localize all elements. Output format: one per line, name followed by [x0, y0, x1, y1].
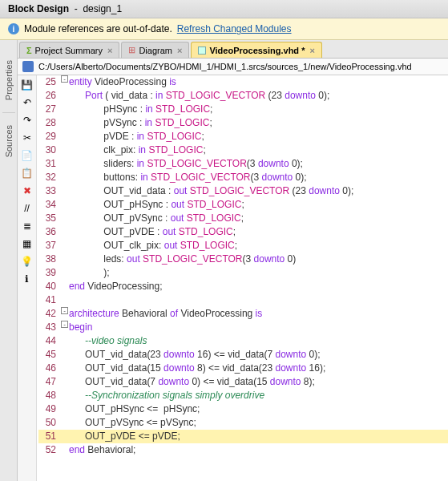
line-number: 31	[38, 157, 61, 171]
code-line[interactable]: 25-entity VideoProcessing is	[38, 75, 448, 89]
line-number: 25	[38, 75, 61, 89]
line-number: 26	[38, 89, 61, 103]
save-icon[interactable]	[22, 61, 34, 72]
title-label: Block Design	[8, 3, 69, 14]
code-line[interactable]: 36 OUT_pVDE : out STD_LOGIC;	[38, 225, 448, 239]
find-icon[interactable]: //	[21, 202, 34, 215]
close-icon[interactable]: ×	[309, 46, 314, 55]
sources-tab[interactable]: Sources	[4, 125, 14, 157]
code-line[interactable]: 41	[38, 293, 448, 307]
code-text: sliders: in STD_LOGIC_VECTOR(3 downto 0)…	[69, 157, 303, 171]
bulb-icon[interactable]: 💡	[21, 255, 34, 268]
delete-icon[interactable]: ✖	[21, 184, 34, 197]
line-number: 32	[38, 171, 61, 184]
code-line[interactable]: 28 pVSync : in STD_LOGIC;	[38, 116, 448, 130]
code-line[interactable]: 32 buttons: in STD_LOGIC_VECTOR(3 downto…	[38, 171, 448, 184]
code-line[interactable]: 42-architecture Behavioral of VideoProce…	[38, 307, 448, 321]
code-text: architecture Behavioral of VideoProcessi…	[69, 307, 262, 321]
code-text: OUT_pHSync : out STD_LOGIC;	[69, 198, 244, 212]
file-icon	[198, 46, 206, 55]
file-path: C:/Users/Alberto/Documents/ZYBO/HDMI_1/H…	[38, 62, 412, 71]
line-number: 35	[38, 212, 61, 225]
code-text: clk_pix: in STD_LOGIC;	[69, 143, 206, 157]
editor-tabs: Σ Project Summary × ⊞ Diagram × VideoPro…	[18, 40, 448, 59]
save-icon[interactable]: 💾	[21, 79, 34, 91]
notify-message: Module references are out-of-date.	[24, 23, 172, 34]
line-number: 38	[38, 253, 61, 266]
code-line[interactable]: 51 OUT_pVDE <= pVDE;	[38, 430, 448, 443]
line-number: 33	[38, 184, 61, 198]
collapse-icon[interactable]: ≣	[21, 220, 34, 232]
sigma-icon: Σ	[26, 46, 32, 55]
info-icon: i	[8, 23, 19, 34]
code-line[interactable]: 39 );	[38, 266, 448, 280]
info-icon[interactable]: ℹ	[21, 273, 34, 285]
code-line[interactable]: 33 OUT_vid_data : out STD_LOGIC_VECTOR (…	[38, 184, 448, 198]
line-number: 34	[38, 198, 61, 212]
line-number: 52	[38, 443, 61, 457]
code-line[interactable]: 50 OUT_pVSync <= pVSync;	[38, 416, 448, 430]
close-icon[interactable]: ×	[107, 46, 112, 55]
side-tab-bar: Properties Sources	[0, 40, 18, 481]
undo-icon[interactable]: ↶	[21, 96, 34, 109]
paste-icon[interactable]: 📋	[21, 167, 34, 180]
code-text: OUT_vid_data(7 downto 0) <= vid_data(15 …	[69, 375, 315, 389]
code-text: end Behavioral;	[69, 443, 135, 457]
line-number: 41	[38, 293, 61, 307]
line-number: 44	[38, 334, 61, 348]
code-text: OUT_pVDE <= pVDE;	[69, 430, 180, 443]
code-line[interactable]: 27 pHSync : in STD_LOGIC;	[38, 103, 448, 116]
fold-icon[interactable]: -	[61, 321, 68, 328]
redo-icon[interactable]: ↷	[21, 114, 34, 127]
code-text: pVSync : in STD_LOGIC;	[69, 116, 212, 130]
cut-icon[interactable]: ✂	[21, 131, 34, 144]
code-line[interactable]: 34 OUT_pHSync : out STD_LOGIC;	[38, 198, 448, 212]
code-line[interactable]: 48 --Synchronization signals simply over…	[38, 389, 448, 402]
fold-icon[interactable]: -	[61, 307, 68, 314]
code-line[interactable]: 35 OUT_pVSync : out STD_LOGIC;	[38, 212, 448, 225]
expand-icon[interactable]: ▦	[21, 237, 34, 250]
code-line[interactable]: 31 sliders: in STD_LOGIC_VECTOR(3 downto…	[38, 157, 448, 171]
editor-toolbar: 💾 ↶ ↷ ✂ 📄 📋 ✖ // ≣ ▦ 💡 ℹ	[18, 75, 37, 481]
code-line[interactable]: 40end VideoProcessing;	[38, 280, 448, 293]
refresh-modules-link[interactable]: Refresh Changed Modules	[177, 23, 292, 34]
code-editor[interactable]: 25-entity VideoProcessing is26 Port ( vi…	[37, 75, 448, 481]
code-line[interactable]: 37 OUT_clk_pix: out STD_LOGIC;	[38, 239, 448, 253]
code-line[interactable]: 29 pVDE : in STD_LOGIC;	[38, 130, 448, 143]
code-line[interactable]: 52end Behavioral;	[38, 443, 448, 457]
code-text: Port ( vid_data : in STD_LOGIC_VECTOR (2…	[69, 89, 329, 103]
code-line[interactable]: 38 leds: out STD_LOGIC_VECTOR(3 downto 0…	[38, 253, 448, 266]
code-line[interactable]: 47 OUT_vid_data(7 downto 0) <= vid_data(…	[38, 375, 448, 389]
line-number: 29	[38, 130, 61, 143]
line-number: 27	[38, 103, 61, 116]
path-bar: C:/Users/Alberto/Documents/ZYBO/HDMI_1/H…	[18, 59, 448, 75]
code-line[interactable]: 45 OUT_vid_data(23 downto 16) <= vid_dat…	[38, 348, 448, 362]
code-text: OUT_pVSync : out STD_LOGIC;	[69, 212, 244, 225]
code-line[interactable]: 46 OUT_vid_data(15 downto 8) <= vid_data…	[38, 362, 448, 375]
code-line[interactable]: 44 --video signals	[38, 334, 448, 348]
design-name: design_1	[83, 3, 122, 14]
code-text: OUT_clk_pix: out STD_LOGIC;	[69, 239, 237, 253]
code-text: --Synchronization signals simply overdri…	[69, 389, 264, 402]
code-text: buttons: in STD_LOGIC_VECTOR(3 downto 0)…	[69, 171, 307, 184]
code-line[interactable]: 26 Port ( vid_data : in STD_LOGIC_VECTOR…	[38, 89, 448, 103]
code-text: --video signals	[69, 334, 147, 348]
code-line[interactable]: 43-begin	[38, 321, 448, 334]
notify-bar: i Module references are out-of-date. Ref…	[0, 18, 448, 40]
code-text: OUT_vid_data(23 downto 16) <= vid_data(7…	[69, 348, 321, 362]
fold-icon[interactable]: -	[61, 75, 68, 83]
close-icon[interactable]: ×	[177, 46, 182, 55]
code-text: OUT_pVDE : out STD_LOGIC;	[69, 225, 236, 239]
code-text: OUT_vid_data(15 downto 8) <= vid_data(23…	[69, 362, 325, 375]
copy-icon[interactable]: 📄	[21, 149, 34, 162]
tab-videoprocessing[interactable]: VideoProcessing.vhd * ×	[191, 42, 321, 58]
line-number: 43	[38, 321, 61, 334]
tab-project-summary[interactable]: Σ Project Summary ×	[19, 42, 119, 58]
properties-tab[interactable]: Properties	[4, 60, 14, 100]
line-number: 51	[38, 430, 61, 443]
line-number: 48	[38, 389, 61, 402]
code-line[interactable]: 49 OUT_pHSync <= pHSync;	[38, 402, 448, 416]
code-text: leds: out STD_LOGIC_VECTOR(3 downto 0)	[69, 253, 296, 266]
tab-diagram[interactable]: ⊞ Diagram ×	[121, 42, 189, 58]
code-line[interactable]: 30 clk_pix: in STD_LOGIC;	[38, 143, 448, 157]
